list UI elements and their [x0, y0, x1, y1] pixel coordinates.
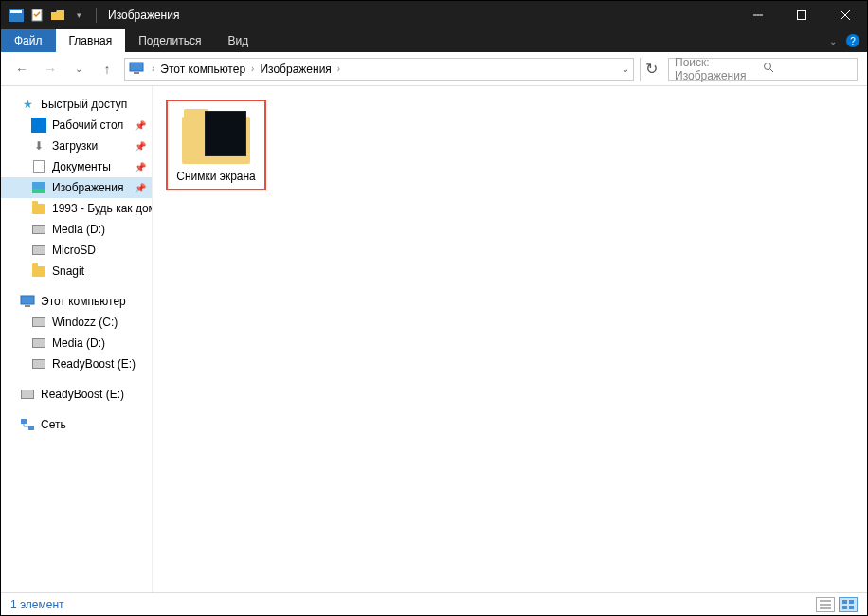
view-details-button[interactable] — [816, 597, 835, 612]
drive-icon — [31, 335, 46, 351]
close-button[interactable] — [823, 1, 867, 29]
svg-rect-11 — [21, 296, 34, 304]
chevron-right-icon[interactable]: › — [150, 63, 156, 74]
folder-icon — [31, 263, 46, 279]
pin-icon: 📌 — [135, 120, 146, 131]
path-dropdown-icon[interactable]: ⌄ — [622, 63, 629, 74]
qat-properties-icon[interactable] — [29, 8, 45, 23]
sidebar-item-desktop[interactable]: Рабочий стол 📌 — [1, 115, 152, 136]
status-text: 1 элемент — [10, 598, 64, 611]
sidebar-item-drive-e[interactable]: ReadyBoost (E:) — [1, 353, 152, 374]
file-pane[interactable]: Снимки экрана — [153, 86, 867, 592]
sidebar-item-folder[interactable]: 1993 - Будь как дом — [1, 198, 152, 219]
search-input[interactable]: Поиск: Изображения — [668, 58, 858, 81]
svg-line-10 — [770, 69, 773, 72]
pin-icon: 📌 — [135, 183, 146, 193]
svg-point-9 — [765, 63, 771, 70]
star-icon: ★ — [20, 97, 35, 112]
crumb-this-pc[interactable]: Этот компьютер — [158, 63, 247, 76]
window-title: Изображения — [108, 9, 179, 22]
folder-item-screenshots[interactable]: Снимки экрана — [166, 100, 266, 190]
tab-file[interactable]: Файл — [1, 29, 56, 52]
pin-icon: 📌 — [135, 141, 146, 152]
chevron-right-icon[interactable]: › — [249, 63, 256, 74]
sidebar-this-pc[interactable]: Этот компьютер — [1, 291, 152, 312]
download-icon: ⬇ — [31, 138, 46, 154]
sidebar-item-documents[interactable]: Документы 📌 — [1, 156, 152, 177]
status-bar: 1 элемент — [1, 592, 867, 615]
ribbon-tabs: Файл Главная Поделиться Вид ⌄ ? — [1, 29, 867, 52]
sidebar-item-snagit[interactable]: Snagit — [1, 261, 152, 281]
sidebar-item-pictures[interactable]: Изображения 📌 — [1, 177, 152, 198]
search-placeholder: Поиск: Изображения — [675, 56, 763, 82]
tab-home[interactable]: Главная — [56, 29, 126, 52]
sidebar-readyboost[interactable]: ReadyBoost (E:) — [1, 384, 152, 405]
desktop-icon — [31, 118, 46, 133]
svg-rect-21 — [849, 606, 854, 609]
svg-rect-18 — [842, 600, 847, 604]
ribbon-expand-icon[interactable]: ⌄ — [829, 36, 837, 46]
sidebar: ★ Быстрый доступ Рабочий стол 📌 ⬇ Загруз… — [1, 86, 153, 592]
pictures-icon — [31, 180, 46, 195]
sidebar-item-media-d[interactable]: Media (D:) — [1, 219, 152, 240]
help-icon[interactable]: ? — [846, 34, 859, 47]
drive-icon — [31, 356, 46, 371]
app-icon — [9, 8, 24, 23]
minimize-button[interactable] — [736, 1, 780, 29]
folder-icon — [31, 201, 46, 216]
pin-icon: 📌 — [135, 162, 146, 172]
folder-label: Снимки экрана — [176, 170, 256, 183]
nav-forward-button[interactable]: → — [39, 58, 62, 81]
svg-rect-4 — [798, 11, 806, 20]
svg-rect-8 — [134, 72, 139, 74]
document-icon — [31, 159, 46, 174]
sidebar-item-drive-d[interactable]: Media (D:) — [1, 333, 152, 353]
svg-rect-13 — [21, 419, 27, 424]
nav-recent-button[interactable]: ⌄ — [67, 58, 90, 81]
qat-dropdown-icon[interactable]: ▾ — [71, 8, 86, 23]
svg-rect-20 — [842, 606, 847, 609]
nav-up-button[interactable]: ↑ — [96, 58, 118, 81]
address-bar: ← → ⌄ ↑ › Этот компьютер › Изображения ›… — [1, 52, 867, 86]
svg-rect-7 — [130, 63, 143, 71]
drive-icon — [31, 222, 46, 237]
drive-icon — [31, 243, 46, 258]
pc-icon — [20, 294, 35, 309]
chevron-right-icon[interactable]: › — [335, 63, 342, 74]
maximize-button[interactable] — [780, 1, 823, 29]
crumb-pictures[interactable]: Изображения — [258, 63, 333, 76]
svg-rect-12 — [25, 305, 30, 307]
refresh-button[interactable]: ↻ — [640, 58, 662, 81]
tab-share[interactable]: Поделиться — [125, 29, 214, 52]
tab-view[interactable]: Вид — [214, 29, 262, 52]
svg-rect-19 — [849, 600, 854, 604]
titlebar: ▾ Изображения — [1, 1, 867, 29]
folder-thumbnail-icon — [182, 109, 250, 164]
sidebar-quick-access[interactable]: ★ Быстрый доступ — [1, 94, 152, 115]
drive-icon — [31, 315, 46, 330]
sidebar-item-drive-c[interactable]: Windozz (C:) — [1, 312, 152, 333]
qat-folder-icon[interactable] — [50, 8, 65, 23]
network-icon — [20, 417, 35, 432]
drive-icon — [20, 387, 35, 402]
breadcrumb[interactable]: › Этот компьютер › Изображения › ⌄ — [124, 58, 634, 81]
view-icons-button[interactable] — [839, 597, 858, 612]
search-icon — [763, 62, 851, 76]
sidebar-network[interactable]: Сеть — [1, 414, 152, 435]
sidebar-item-microsd[interactable]: MicroSD — [1, 240, 152, 261]
svg-rect-1 — [10, 10, 22, 13]
pc-mini-icon — [129, 62, 144, 77]
nav-back-button[interactable]: ← — [10, 58, 33, 81]
sidebar-item-downloads[interactable]: ⬇ Загрузки 📌 — [1, 136, 152, 156]
